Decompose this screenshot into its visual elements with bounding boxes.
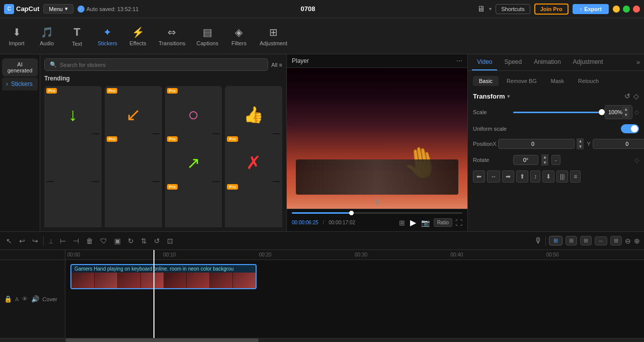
rotate-up-button[interactable]: ▲ [541, 154, 548, 160]
player-menu-icon[interactable]: ⋯ [456, 57, 462, 64]
align-right-button[interactable]: ➡ [502, 170, 514, 183]
eye-icon[interactable]: 👁 [22, 295, 28, 303]
section-tab-mask[interactable]: Mask [545, 76, 570, 86]
section-tab-basic[interactable]: Basic [473, 76, 499, 86]
lock-icon[interactable]: 🔒 [4, 295, 12, 303]
scale-up-button[interactable]: ▲ [622, 107, 629, 112]
scale-value[interactable]: 100% ▲ ▼ [605, 105, 632, 119]
undo-button[interactable]: ↩ [17, 236, 27, 246]
distribute-v-button[interactable]: ≡ [570, 170, 581, 183]
fullscreen-button[interactable]: ⛶ [455, 219, 462, 227]
tool-filters[interactable]: ◈ Filters [224, 23, 254, 49]
tool-audio[interactable]: 🎵 Audio [32, 23, 61, 49]
mic-button[interactable]: 🎙 [534, 236, 542, 245]
tool-stickers[interactable]: ✦ Stickers [93, 23, 122, 49]
monitor-icon[interactable]: 🖥 [477, 5, 485, 14]
trim-start-button[interactable]: ⊢ [58, 236, 68, 246]
frame-7 [210, 273, 233, 289]
tool-effects[interactable]: ⚡ Effects [123, 23, 152, 49]
maximize-button[interactable] [623, 6, 630, 13]
minimize-button[interactable] [613, 6, 620, 13]
rotate-tool-button[interactable]: ↺ [152, 236, 162, 246]
tool-transitions[interactable]: ⇔ Transitions [153, 23, 190, 49]
scale-keyframe-button[interactable]: ◇ [634, 109, 639, 116]
export-button[interactable]: ↑ Export [573, 4, 609, 14]
grid-view-button[interactable]: ⊞ [398, 218, 406, 228]
scale-thumb[interactable] [599, 109, 605, 115]
join-pro-button[interactable]: Join Pro [534, 4, 569, 15]
timeline-tool-4[interactable]: ↔ [595, 236, 607, 245]
align-center-v-button[interactable]: ↕ [530, 170, 540, 183]
position-y-field[interactable] [593, 139, 644, 149]
cover-label[interactable]: Cover [42, 296, 57, 302]
timeline-tool-3[interactable]: ⊞ [580, 236, 592, 245]
all-filter-button[interactable]: All ≡ [271, 62, 282, 68]
tab-video[interactable]: Video [472, 54, 497, 70]
align-top-button[interactable]: ⬆ [516, 170, 528, 183]
x-up-button[interactable]: ▲ [577, 138, 584, 144]
loop-button[interactable]: ↻ [126, 236, 136, 246]
active-clip-button[interactable]: ⊞ [549, 236, 562, 245]
app-logo: C CapCut [4, 4, 39, 14]
trim-end-button[interactable]: ⊣ [71, 236, 81, 246]
tab-speed[interactable]: Speed [499, 54, 527, 70]
rotate-keyframe-button[interactable]: ◇ [634, 156, 639, 163]
align-bottom-button[interactable]: ⬇ [542, 170, 554, 183]
close-button[interactable] [633, 6, 640, 13]
align-center-h-button[interactable]: ↔ [487, 170, 500, 183]
split-button[interactable]: ⟂ [47, 236, 55, 246]
delete-button[interactable]: 🗑 [84, 236, 95, 246]
sticker-item[interactable]: Pro [165, 182, 222, 227]
search-input[interactable] [60, 62, 263, 68]
video-clip[interactable]: Gamers Hand playing on keyboard online. … [70, 264, 257, 289]
position-x-field[interactable] [498, 139, 575, 149]
tab-animation[interactable]: Animation [529, 54, 566, 70]
flip-button[interactable]: ⇅ [139, 236, 149, 246]
menu-button[interactable]: Menu ▾ [43, 4, 73, 14]
distribute-h-button[interactable]: ||| [556, 170, 568, 183]
player-progress-bar[interactable] [292, 212, 462, 214]
section-tab-retouch[interactable]: Retouch [572, 76, 605, 86]
tool-text[interactable]: T Text [62, 23, 92, 50]
sticker-item[interactable] [105, 182, 162, 227]
reset-button[interactable]: ↺ [624, 92, 630, 100]
sticker-item[interactable] [44, 182, 102, 227]
audio-track-icon[interactable]: 🔊 [31, 295, 39, 303]
rotate-field[interactable] [513, 155, 538, 165]
transform-tool-button[interactable]: ⊡ [165, 236, 175, 246]
tool-captions[interactable]: ▤ Captions [192, 23, 223, 49]
x-down-button[interactable]: ▼ [577, 144, 584, 149]
stickers-sidebar-item[interactable]: › Stickers [2, 77, 38, 91]
timeline-scrollbar[interactable] [0, 338, 644, 342]
camera-button[interactable]: 📷 [420, 218, 431, 228]
zoom-out-button[interactable]: ⊖ [625, 237, 631, 245]
search-box[interactable]: 🔍 [44, 58, 268, 71]
scrollbar-thumb[interactable] [65, 338, 259, 342]
track-icon-2[interactable]: A [15, 296, 19, 302]
scale-slider[interactable] [513, 108, 602, 116]
diamond-reset-button[interactable]: ◇ [633, 92, 639, 100]
monitor-dropdown-icon[interactable]: ▾ [489, 6, 492, 12]
shield-button[interactable]: 🛡 [98, 236, 109, 246]
timeline-tool-5[interactable]: ⊞ [610, 236, 622, 245]
snap-button[interactable]: ⊞ [566, 236, 577, 245]
ratio-button[interactable]: Ratio [434, 218, 452, 227]
rotate-reset-button[interactable]: - [551, 155, 560, 165]
redo-button[interactable]: ↪ [30, 236, 40, 246]
zoom-in-button[interactable]: ⊕ [634, 237, 640, 245]
align-left-button[interactable]: ⬅ [473, 170, 485, 183]
section-tab-remove-bg[interactable]: Remove BG [501, 76, 543, 86]
crop-button[interactable]: ▣ [112, 236, 123, 246]
sticker-item[interactable]: Pro [225, 182, 282, 227]
scale-down-button[interactable]: ▼ [622, 112, 629, 118]
select-tool-button[interactable]: ↖ [4, 236, 14, 246]
tool-import[interactable]: ⬇ Import [2, 23, 31, 49]
expand-icon[interactable]: » [636, 59, 640, 66]
rotate-down-button[interactable]: ▼ [541, 160, 548, 165]
tab-adjustment[interactable]: Adjustment [568, 54, 608, 70]
shortcuts-button[interactable]: Shortcuts [496, 4, 530, 14]
tool-adjustment[interactable]: ⊞ Adjustment [255, 23, 292, 49]
uniform-scale-toggle[interactable] [621, 124, 639, 133]
play-button[interactable]: ▶ [409, 217, 417, 228]
ai-generated-button[interactable]: AI generated [2, 58, 38, 76]
